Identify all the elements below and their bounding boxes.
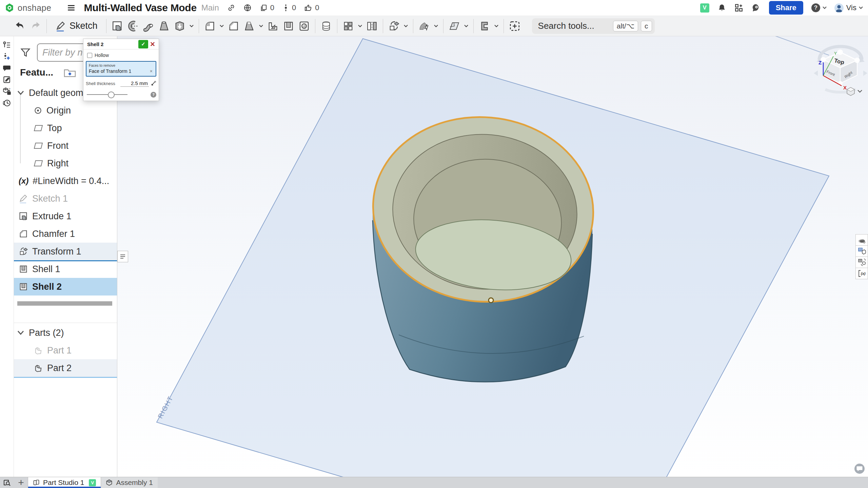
thicken-chevron-down-icon[interactable]	[188, 18, 196, 34]
transform-chevron-down-icon[interactable]	[402, 18, 410, 34]
pattern-chevron-down-icon[interactable]	[356, 18, 364, 34]
tree-item-origin[interactable]: Origin	[14, 102, 117, 119]
create-version-icon[interactable]	[0, 51, 14, 62]
chevron-down-icon[interactable]	[17, 330, 25, 336]
tree-item-top-plane[interactable]: Top	[14, 119, 117, 137]
new-folder-icon[interactable]	[63, 67, 76, 78]
part-item-1[interactable]: Part 1	[14, 342, 117, 359]
extrude-button[interactable]	[110, 18, 125, 34]
tree-item-shell-1[interactable]: Shell 1	[14, 260, 117, 278]
onshape-logo[interactable]: onshape	[5, 3, 51, 13]
parts-table-button[interactable]	[855, 245, 868, 257]
undo-button[interactable]	[12, 18, 28, 34]
hollow-checkbox[interactable]	[87, 53, 92, 58]
tree-item-extrude-1[interactable]: Extrude 1	[14, 207, 117, 225]
rib-button[interactable]	[265, 18, 281, 34]
tree-item-transform-1[interactable]: Transform 1	[14, 243, 117, 260]
dialog-header[interactable]: Shell 2 ✓ ✕	[83, 39, 159, 49]
faces-to-remove-field[interactable]: Faces to remove Face of Transform 1 ×	[86, 61, 156, 77]
custom-feature-button[interactable]	[507, 18, 522, 34]
versions-count: 0	[292, 3, 296, 12]
frame-chevron-down-icon[interactable]	[492, 18, 500, 34]
tree-item-shell-2[interactable]: Shell 2	[14, 278, 117, 296]
confirm-button[interactable]: ✓	[138, 40, 148, 48]
chamfer-button[interactable]	[226, 18, 241, 34]
parts-header-row[interactable]: Parts (2)	[14, 324, 117, 342]
share-link-icon[interactable]	[227, 4, 235, 12]
flip-direction-icon[interactable]	[151, 81, 156, 86]
versions-icon[interactable]	[282, 4, 289, 12]
notes-icon[interactable]	[0, 74, 14, 85]
dialog-help-button[interactable]: ?	[151, 92, 156, 98]
versions-list-icon[interactable]	[0, 39, 14, 51]
draft-button[interactable]	[241, 18, 257, 34]
search-tools-box[interactable]: Search tools... alt/⌥ c	[532, 18, 655, 34]
surface-chevron-down-icon[interactable]	[462, 18, 470, 34]
tab-assembly-1[interactable]: Assembly 1	[101, 477, 158, 488]
tree-item-sketch-1[interactable]: Sketch 1	[14, 190, 117, 207]
tree-item-front-plane[interactable]: Front	[14, 137, 117, 155]
copies-icon[interactable]	[260, 4, 268, 12]
hamburger-menu-icon[interactable]	[67, 3, 76, 12]
sheet-metal-chevron-down-icon[interactable]	[432, 18, 440, 34]
remove-selection-icon[interactable]: ×	[149, 68, 153, 74]
shell-button[interactable]	[281, 18, 296, 34]
learning-center-icon[interactable]	[751, 3, 760, 12]
share-button[interactable]: Share	[769, 1, 803, 15]
transform-button[interactable]	[386, 18, 402, 34]
tree-item-variable[interactable]: (x) #LineWidth = 0.4...	[14, 172, 117, 190]
notifications-bell-icon[interactable]	[717, 3, 726, 12]
view-cube-body[interactable]: Top Front Right	[821, 49, 860, 86]
tree-item-right-plane[interactable]: Right	[14, 155, 117, 172]
revolve-button[interactable]	[125, 18, 141, 34]
thicken-button[interactable]	[172, 18, 188, 34]
add-tab-button[interactable]: +	[14, 477, 28, 488]
variables-table-button[interactable]: (x)	[855, 268, 868, 279]
account-menu-label[interactable]: Vis	[846, 3, 856, 12]
fillet-chevron-down-icon[interactable]	[218, 18, 226, 34]
redo-button[interactable]	[28, 18, 43, 34]
tab-part-studio-1[interactable]: Part Studio 1 V	[28, 477, 101, 488]
hole-button[interactable]	[296, 18, 312, 34]
mirror-button[interactable]	[364, 18, 380, 34]
fillet-button[interactable]	[202, 18, 218, 34]
user-version-badge[interactable]: V	[700, 3, 709, 13]
manage-tabs-button[interactable]	[0, 477, 14, 488]
help-button[interactable]: ?	[811, 3, 820, 12]
cancel-button[interactable]: ✕	[148, 40, 157, 48]
surface-button[interactable]	[447, 18, 462, 34]
sheet-metal-button[interactable]	[416, 18, 432, 34]
sweep-button[interactable]	[141, 18, 156, 34]
rollback-bar[interactable]	[17, 301, 112, 306]
view-orientation-cube[interactable]: Top Front Right Z X Y	[812, 43, 868, 99]
tree-item-chamfer-1[interactable]: Chamfer 1	[14, 225, 117, 243]
thickness-slider[interactable]	[87, 94, 127, 95]
history-icon[interactable]	[0, 97, 14, 108]
loft-button[interactable]	[156, 18, 172, 34]
wrap-button[interactable]	[318, 18, 334, 34]
rollback-handle-button[interactable]	[117, 251, 128, 262]
rotate-right-arrow[interactable]	[863, 70, 867, 76]
app-store-grid-icon[interactable]	[734, 3, 743, 12]
draft-chevron-down-icon[interactable]	[257, 18, 265, 34]
configurations-button[interactable]	[855, 257, 868, 268]
public-globe-icon[interactable]	[243, 4, 252, 12]
linear-pattern-button[interactable]	[340, 18, 356, 34]
filter-funnel-icon[interactable]	[20, 47, 31, 58]
sketch-button[interactable]: Sketch	[50, 18, 103, 34]
thumbs-up-icon[interactable]	[304, 4, 312, 12]
part-item-2[interactable]: Part 2	[14, 359, 117, 378]
account-chevron-down-icon[interactable]	[859, 6, 863, 9]
frame-button[interactable]	[477, 18, 492, 34]
user-avatar[interactable]	[834, 3, 844, 13]
help-chat-button[interactable]	[854, 464, 865, 474]
appearance-panel-button[interactable]	[855, 234, 868, 246]
slider-knob[interactable]	[108, 92, 115, 98]
help-chevron-down-icon[interactable]	[822, 6, 827, 9]
rotate-left-arrow[interactable]	[814, 70, 818, 76]
workspace-name[interactable]: Main	[201, 3, 219, 13]
shell-thickness-input[interactable]: 2.5 mm	[120, 80, 149, 87]
comment-icon[interactable]	[0, 62, 14, 74]
parts-management-icon[interactable]: ?	[0, 85, 14, 97]
chevron-down-icon[interactable]	[17, 90, 25, 96]
